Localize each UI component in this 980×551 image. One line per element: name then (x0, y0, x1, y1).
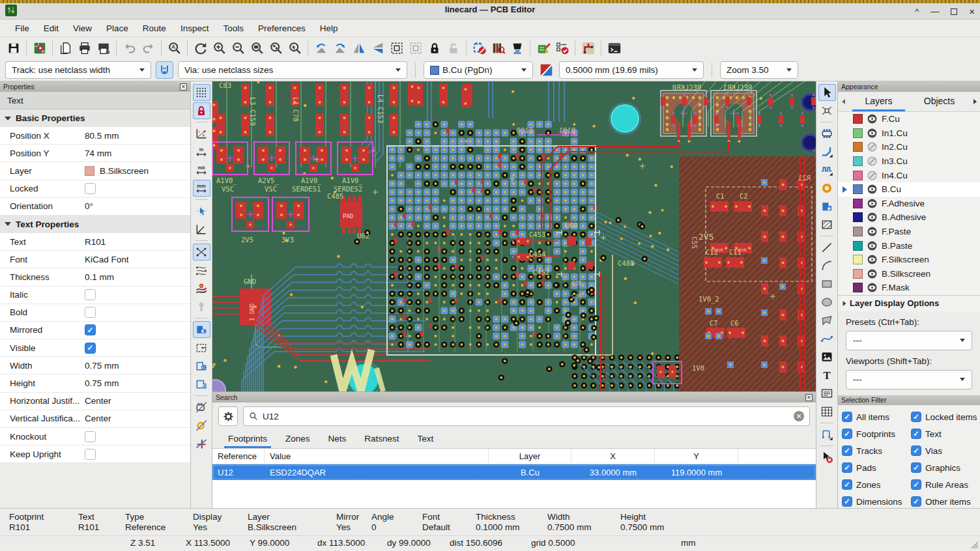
visible-eye-icon[interactable] (867, 128, 877, 138)
select-button[interactable] (818, 84, 836, 101)
layer-row-in4-cu[interactable]: In4.Cu (838, 168, 980, 182)
layer-row-b-adhesive[interactable]: B.Adhesive (838, 210, 980, 225)
arc-button[interactable] (818, 257, 836, 274)
layer-color-swatch[interactable] (853, 255, 863, 264)
save-button[interactable] (4, 39, 23, 58)
redo-button[interactable] (139, 39, 158, 58)
plot-button[interactable] (94, 39, 113, 58)
zone-cutout-button[interactable] (193, 376, 210, 393)
column-header-value[interactable]: Value (265, 449, 489, 464)
layer-row-f-cu[interactable]: F.Cu (838, 112, 980, 126)
menu-tools[interactable]: Tools (216, 21, 251, 36)
filter-dimensions[interactable]: ✓Dimensions (842, 496, 910, 508)
auto-track-width-toggle[interactable] (156, 61, 173, 79)
section-header[interactable]: Basic Properties (0, 109, 190, 127)
layer-row-f-paste[interactable]: F.Paste (838, 225, 980, 239)
checkbox[interactable]: ✓ (842, 429, 852, 439)
zoom-select[interactable]: Zoom 3.50 (720, 61, 798, 79)
filter-pads[interactable]: ✓Pads (842, 462, 910, 474)
layer-color-swatch[interactable] (853, 212, 863, 222)
rotate-ccw-button[interactable] (311, 39, 330, 58)
net-inspector-button[interactable] (579, 39, 598, 58)
menu-inspect[interactable]: Inspect (173, 21, 216, 36)
search-tab-nets[interactable]: Nets (319, 431, 356, 448)
checkbox[interactable]: ✓ (842, 412, 852, 422)
filter-graphics[interactable]: ✓Graphics (911, 462, 977, 474)
checkbox[interactable]: ✓ (911, 496, 921, 507)
lock-red-button[interactable] (193, 102, 210, 119)
checkbox[interactable]: ✓ (842, 479, 852, 490)
checkbox[interactable] (85, 449, 96, 460)
rotate-cw-button[interactable] (330, 39, 349, 58)
property-value[interactable]: R101 (85, 237, 106, 247)
presets-select[interactable]: --- (846, 331, 972, 350)
units-mm-button[interactable]: mm (193, 180, 210, 197)
layer-row-f-silkscreen[interactable]: F.Silkscreen (838, 253, 980, 267)
visible-eye-icon[interactable] (867, 199, 877, 208)
menu-route[interactable]: Route (136, 21, 173, 36)
via-outline-button[interactable] (193, 417, 210, 434)
fp-outline-button[interactable] (193, 399, 210, 416)
ungroup-button[interactable] (406, 39, 425, 58)
table-button[interactable] (818, 403, 836, 420)
menu-help[interactable]: Help (313, 21, 345, 36)
footprint-check-button[interactable] (470, 39, 489, 58)
clear-search-icon[interactable]: ✕ (794, 411, 804, 421)
resize-grip[interactable] (968, 539, 979, 549)
print-button[interactable] (75, 39, 94, 58)
checkbox[interactable] (85, 183, 96, 194)
board-setup-button[interactable] (30, 39, 49, 58)
menu-preferences[interactable]: Preferences (251, 21, 313, 36)
tab-layers[interactable]: Layers (848, 92, 909, 111)
property-value[interactable]: Center (85, 414, 111, 423)
layer-row-b-cu[interactable]: B.Cu (838, 182, 980, 197)
console-button[interactable] (605, 39, 624, 58)
shade-button[interactable]: ^ (915, 7, 919, 16)
property-value[interactable]: 0.75 mm (85, 361, 119, 371)
filter-zones[interactable]: ✓Zones (842, 479, 910, 491)
textbox-button[interactable] (818, 385, 836, 402)
visible-eye-icon[interactable] (867, 241, 877, 251)
flip-horizontal-button[interactable] (349, 39, 368, 58)
unlock-button[interactable] (444, 39, 463, 58)
layer-row-in3-cu[interactable]: In3.Cu (838, 154, 980, 169)
filter-locked-items[interactable]: ✓Locked items (911, 411, 977, 423)
visible-eye-icon[interactable] (867, 184, 877, 194)
layer-color-swatch[interactable] (853, 269, 863, 279)
hidden-eye-icon[interactable] (867, 156, 877, 166)
page-setup-button[interactable] (56, 39, 75, 58)
menu-view[interactable]: View (66, 21, 99, 36)
property-value[interactable]: 0.75 mm (85, 378, 119, 388)
layer-display-options[interactable]: Layer Display Options (838, 295, 980, 311)
filter-rule-areas[interactable]: ✓Rule Areas (911, 479, 977, 491)
layer-color-swatch[interactable] (853, 283, 863, 292)
visible-eye-icon[interactable] (867, 114, 877, 124)
units-in-button[interactable]: in (193, 143, 210, 160)
property-value[interactable]: B.Silkscreen (85, 166, 149, 176)
ratsnest-button[interactable] (193, 244, 210, 261)
property-value[interactable] (85, 307, 96, 318)
track-size-select[interactable]: 0.5000 mm (19.69 mils) (559, 61, 704, 79)
pcb-canvas[interactable]: C83L3 C159L1 C78L4 C153R100R101RECLKR0RE… (212, 81, 816, 391)
place-footprint-button[interactable] (818, 125, 836, 142)
find-button[interactable]: A (165, 39, 184, 58)
route-track-button[interactable] (818, 143, 836, 160)
active-layer-select[interactable]: B.Cu (PgDn) (424, 61, 533, 79)
text-button[interactable]: T (818, 367, 836, 384)
checkbox[interactable] (85, 289, 96, 300)
via-button[interactable] (818, 180, 836, 197)
grid-dots-button[interactable] (193, 84, 210, 101)
close-button[interactable]: × (969, 6, 975, 17)
layer-row-f-mask[interactable]: F.Mask (838, 281, 980, 295)
tabs-scroll-right-icon[interactable] (970, 99, 980, 104)
image-button[interactable] (818, 348, 836, 365)
column-header-reference[interactable]: Reference (212, 449, 265, 464)
rect-button[interactable] (818, 276, 836, 292)
checkbox[interactable] (85, 431, 96, 442)
library-browser-button[interactable] (489, 39, 508, 58)
column-header-y[interactable]: Y (655, 449, 738, 464)
zoom-objects-button[interactable] (267, 39, 285, 58)
flip-vertical-button[interactable] (368, 39, 387, 58)
property-value[interactable]: KiCad Font (85, 255, 129, 264)
menu-edit[interactable]: Edit (36, 21, 66, 36)
